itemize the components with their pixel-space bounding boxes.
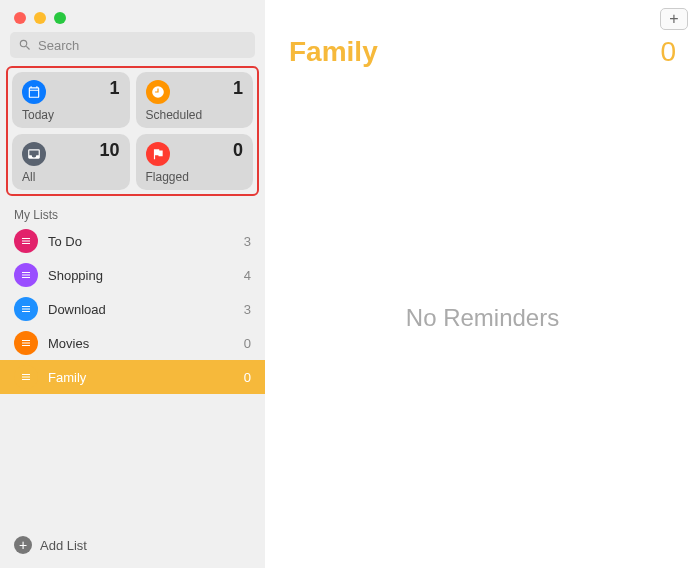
list-item-count: 3 [244, 302, 251, 317]
list-item-label: To Do [48, 234, 244, 249]
smart-lists-highlight: 1 Today 1 Scheduled 10 All [6, 66, 259, 196]
flag-icon [146, 142, 170, 166]
search-input[interactable]: Search [10, 32, 255, 58]
list-item[interactable]: Download3 [0, 292, 265, 326]
list-bullet-icon [14, 229, 38, 253]
list-bullet-icon [14, 263, 38, 287]
list-bullet-icon [14, 331, 38, 355]
list-item-label: Movies [48, 336, 244, 351]
my-lists-heading: My Lists [0, 204, 265, 224]
minimize-window-button[interactable] [34, 12, 46, 24]
smart-today-label: Today [22, 108, 54, 122]
list-item[interactable]: Shopping4 [0, 258, 265, 292]
smart-today-count: 1 [109, 78, 119, 99]
main-pane: + Family 0 No Reminders [265, 0, 700, 568]
list-item[interactable]: Family0 [0, 360, 265, 394]
add-list-button[interactable]: + Add List [0, 526, 265, 568]
smart-all-count: 10 [99, 140, 119, 161]
list-item-label: Family [48, 370, 244, 385]
window-controls [0, 0, 265, 32]
smart-flagged-count: 0 [233, 140, 243, 161]
list-item-count: 4 [244, 268, 251, 283]
list-item-count: 0 [244, 370, 251, 385]
search-placeholder: Search [38, 38, 79, 53]
smart-scheduled[interactable]: 1 Scheduled [136, 72, 254, 128]
smart-all[interactable]: 10 All [12, 134, 130, 190]
empty-state: No Reminders [265, 68, 700, 568]
main-header: Family 0 [265, 30, 700, 68]
list-item-label: Shopping [48, 268, 244, 283]
smart-flagged[interactable]: 0 Flagged [136, 134, 254, 190]
sidebar: Search 1 Today 1 Scheduled [0, 0, 265, 568]
zoom-window-button[interactable] [54, 12, 66, 24]
clock-icon [146, 80, 170, 104]
list-bullet-icon [14, 297, 38, 321]
search-icon [18, 38, 32, 52]
smart-today[interactable]: 1 Today [12, 72, 130, 128]
calendar-icon [22, 80, 46, 104]
list-item-count: 0 [244, 336, 251, 351]
add-reminder-button[interactable]: + [660, 8, 688, 30]
smart-scheduled-count: 1 [233, 78, 243, 99]
smart-all-label: All [22, 170, 35, 184]
list-item-label: Download [48, 302, 244, 317]
smart-scheduled-label: Scheduled [146, 108, 203, 122]
list-item[interactable]: To Do3 [0, 224, 265, 258]
list-item-count: 3 [244, 234, 251, 249]
smart-lists-grid: 1 Today 1 Scheduled 10 All [12, 72, 253, 190]
my-lists: To Do3Shopping4Download3Movies0Family0 [0, 224, 265, 394]
tray-icon [22, 142, 46, 166]
smart-flagged-label: Flagged [146, 170, 189, 184]
add-list-label: Add List [40, 538, 87, 553]
page-title: Family [289, 36, 378, 68]
list-item[interactable]: Movies0 [0, 326, 265, 360]
toolbar: + [265, 0, 700, 30]
page-count: 0 [660, 36, 676, 68]
close-window-button[interactable] [14, 12, 26, 24]
list-bullet-icon [14, 365, 38, 389]
plus-icon: + [14, 536, 32, 554]
